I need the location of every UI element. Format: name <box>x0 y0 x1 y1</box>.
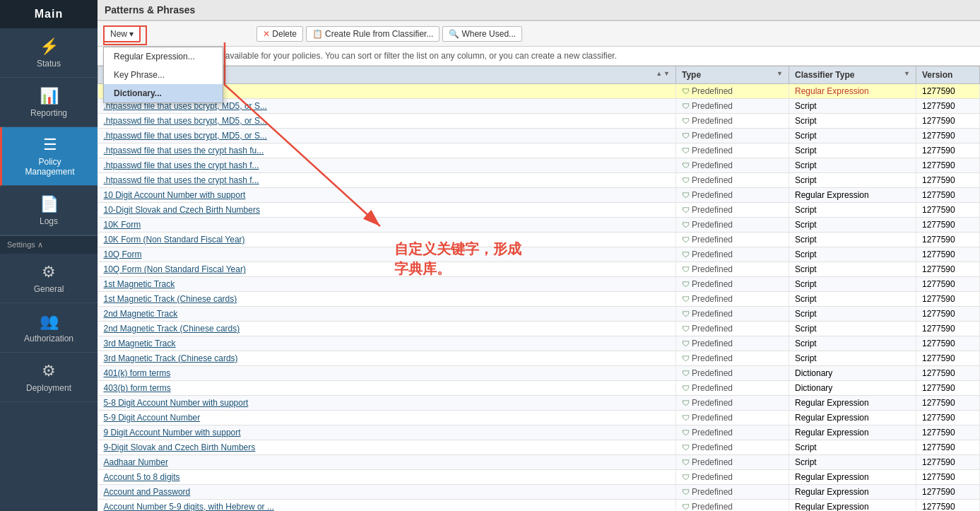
sidebar-item-policy-management[interactable]: ☰ Policy Management <box>0 127 98 186</box>
classifier-link[interactable]: 10 Digit Account Number with support <box>104 190 246 200</box>
name-filter[interactable]: ▼ <box>663 70 670 77</box>
delete-icon: ✕ <box>263 29 270 39</box>
page-header: Patterns & Phrases <box>98 0 980 21</box>
classifier-link[interactable]: Account 5 to 8 digits <box>104 472 180 482</box>
row-name-cell: 2nd Magnetic Track (Chinese cards) <box>98 322 676 336</box>
classifier-link[interactable]: 10Q Form <box>104 249 142 259</box>
predefined-shield-icon: 🛡 <box>682 131 690 140</box>
sidebar-item-authorization[interactable]: 👥 Authorization <box>0 303 98 353</box>
name-col-controls[interactable]: ▲ ▼ <box>656 70 670 77</box>
row-version-cell: 1277590 <box>916 158 980 173</box>
table-row: 10K Form (Non Standard Fiscal Year)🛡 Pre… <box>98 233 980 247</box>
row-classifier-type-cell: Script <box>789 203 916 218</box>
predefined-shield-icon: 🛡 <box>682 295 690 303</box>
table-container[interactable]: Name ▲ ▼ Type ▼ Classifier Type <box>98 66 980 511</box>
new-button[interactable]: New ▾ <box>103 25 141 42</box>
classifier-link[interactable]: 1st Magnetic Track (Chinese cards) <box>104 294 237 304</box>
table-row: .htpasswd File Name🛡 PredefinedRegular E… <box>98 84 980 99</box>
row-classifier-type-cell: Script <box>789 455 916 470</box>
authorization-icon: 👥 <box>40 312 59 331</box>
predefined-shield-icon: 🛡 <box>682 428 690 437</box>
classifier-link[interactable]: Account and Password <box>104 487 191 497</box>
type-filter[interactable]: ▼ <box>777 70 783 77</box>
row-version-cell: 1277590 <box>916 366 980 381</box>
row-name-cell: Account Number 5-9 digits, with Hebrew o… <box>98 500 676 512</box>
row-version-cell: 1277590 <box>916 203 980 218</box>
dropdown-keyphrase[interactable]: Key Phrase... <box>104 66 223 84</box>
classifier-link[interactable]: 10K Form <box>104 220 141 230</box>
table-header-row: Name ▲ ▼ Type ▼ Classifier Type <box>98 66 980 84</box>
row-version-cell: 1277590 <box>916 425 980 440</box>
name-sort-asc[interactable]: ▲ <box>656 70 662 77</box>
classifier-link[interactable]: .htpasswd file that uses the crypt hash … <box>104 175 259 185</box>
classifier-link[interactable]: 9-Digit Slovak and Czech Birth Numbers <box>104 442 256 452</box>
classifier-link[interactable]: 3rd Magnetic Track (Chinese cards) <box>104 353 238 363</box>
classifier-link[interactable]: .htpasswd file that uses bcrypt, MD5, or… <box>104 131 267 141</box>
classifier-link[interactable]: 2nd Magnetic Track (Chinese cards) <box>104 324 240 334</box>
sidebar-item-status[interactable]: ⚡ Status <box>0 28 98 78</box>
classifier-link[interactable]: .htpasswd file that uses the crypt hash … <box>104 160 259 170</box>
sidebar-item-logs[interactable]: 📄 Logs <box>0 186 98 235</box>
page-title: Patterns & Phrases <box>105 4 195 16</box>
classifier-link[interactable]: 2nd Magnetic Track <box>104 309 178 319</box>
sidebar-item-status-label: Status <box>37 59 61 69</box>
classifier-link[interactable]: 403(b) form terms <box>104 383 171 393</box>
table-row: Account Number 5-9 digits, with Hebrew o… <box>98 500 980 512</box>
table-row: .htpasswd file that uses the crypt hash … <box>98 143 980 158</box>
classifier-link[interactable]: 10-Digit Slovak and Czech Birth Numbers <box>104 205 260 215</box>
classifier-link[interactable]: 401(k) form terms <box>104 368 171 378</box>
row-classifier-type-cell: Dictionary <box>789 381 916 396</box>
row-type-cell: 🛡 Predefined <box>676 143 789 158</box>
sidebar-item-reporting[interactable]: 📊 Reporting <box>0 78 98 127</box>
row-type-cell: 🛡 Predefined <box>676 188 789 203</box>
row-version-cell: 1277590 <box>916 485 980 500</box>
classifier-type-filter[interactable]: ▼ <box>904 70 910 77</box>
create-rule-button[interactable]: 📋 Create Rule from Classifier... <box>306 26 439 42</box>
classifier-link[interactable]: 9 Digit Account Number with support <box>104 428 241 437</box>
classifier-link[interactable]: 3rd Magnetic Track <box>104 339 176 348</box>
dropdown-regex[interactable]: Regular Expression... <box>104 47 223 66</box>
classifier-link[interactable]: 1st Magnetic Track <box>104 279 175 289</box>
classifier-link[interactable]: .htpasswd file that uses bcrypt, MD5, or… <box>104 116 267 126</box>
classifier-link[interactable]: 5-8 Digit Account Number with support <box>104 398 249 408</box>
classifier-link[interactable]: 10Q Form (Non Standard Fiscal Year) <box>104 264 246 274</box>
col-version: Version <box>916 66 980 84</box>
dropdown-dictionary[interactable]: Dictionary... <box>104 84 223 102</box>
row-type-cell: 🛡 Predefined <box>676 381 789 396</box>
row-name-cell: 10K Form (Non Standard Fiscal Year) <box>98 233 676 247</box>
predefined-shield-icon: 🛡 <box>682 87 690 95</box>
sidebar-item-general[interactable]: ⚙ General <box>0 254 98 303</box>
classifier-link[interactable]: 5-9 Digit Account Number <box>104 413 201 423</box>
predefined-shield-icon: 🛡 <box>682 324 690 333</box>
classifier-link[interactable]: 10K Form (Non Standard Fiscal Year) <box>104 235 245 245</box>
table-row: 3rd Magnetic Track (Chinese cards)🛡 Pred… <box>98 351 980 366</box>
where-used-button[interactable]: 🔍 Where Used... <box>442 26 522 42</box>
row-name-cell: Aadhaar Number <box>98 455 676 470</box>
classifier-link[interactable]: .htpasswd file that uses the crypt hash … <box>104 146 264 155</box>
classifier-link[interactable]: Account Number 5-9 digits, with Hebrew o… <box>104 502 274 511</box>
sidebar-item-deployment[interactable]: ⚙ Deployment <box>0 353 98 402</box>
row-type-cell: 🛡 Predefined <box>676 455 789 470</box>
classifier-link[interactable]: Aadhaar Number <box>104 457 168 467</box>
settings-section[interactable]: Settings ∧ <box>0 235 98 254</box>
row-version-cell: 1277590 <box>916 322 980 336</box>
row-classifier-type-cell: Script <box>789 292 916 307</box>
row-name-cell: 3rd Magnetic Track (Chinese cards) <box>98 351 676 366</box>
new-dropdown: Regular Expression... Key Phrase... Dict… <box>103 47 223 103</box>
row-version-cell: 1277590 <box>916 470 980 485</box>
type-col-controls[interactable]: ▼ <box>777 70 783 77</box>
delete-button[interactable]: ✕ Delete <box>256 26 303 42</box>
classifier-type-col-controls[interactable]: ▼ <box>904 70 910 77</box>
predefined-shield-icon: 🛡 <box>682 473 690 481</box>
toolbar: New ▾ Regular Expression... Key Phrase..… <box>98 21 980 47</box>
row-version-cell: 1277590 <box>916 277 980 292</box>
sidebar-top-label: Main <box>0 0 98 28</box>
row-type-cell: 🛡 Predefined <box>676 247 789 262</box>
row-name-cell: 1st Magnetic Track (Chinese cards) <box>98 292 676 307</box>
row-name-cell: 401(k) form terms <box>98 366 676 381</box>
predefined-shield-icon: 🛡 <box>682 354 690 363</box>
row-type-cell: 🛡 Predefined <box>676 307 789 322</box>
reporting-icon: 📊 <box>40 87 59 105</box>
table-row: 10-Digit Slovak and Czech Birth Numbers🛡… <box>98 203 980 218</box>
row-type-cell: 🛡 Predefined <box>676 470 789 485</box>
